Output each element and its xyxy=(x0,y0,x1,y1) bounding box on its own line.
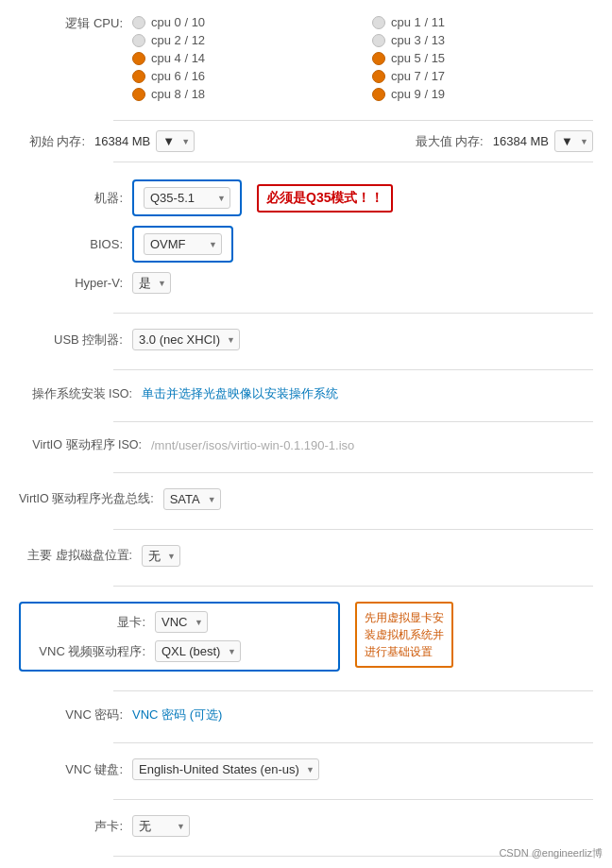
vnc-keyboard-label: VNC 键盘: xyxy=(19,761,132,778)
usb-select[interactable]: 3.0 (nec XHCI)2.01.0 xyxy=(132,329,240,350)
display-annotation: 先用虚拟显卡安装虚拟机系统并进行基础设置 xyxy=(355,602,453,668)
cpu-item: cpu 3 / 13 xyxy=(372,33,593,47)
initial-memory-select[interactable]: ▼ xyxy=(156,130,195,152)
main-disk-select[interactable]: 无 xyxy=(142,545,180,567)
cpu-item: cpu 8 / 18 xyxy=(132,87,353,101)
cpu-label-text: cpu 7 / 17 xyxy=(391,69,445,83)
cpu-dot xyxy=(132,34,145,47)
cpu-label-text: cpu 3 / 13 xyxy=(391,33,445,47)
vnc-password-label: VNC 密码: xyxy=(19,706,132,723)
main-disk-label: 主要 虚拟磁盘位置: xyxy=(19,548,142,564)
initial-memory-label: 初始 内存: xyxy=(19,133,94,150)
cpu-item: cpu 7 / 17 xyxy=(372,69,593,83)
cpu-item: cpu 5 / 15 xyxy=(372,51,593,65)
cpu-item: cpu 0 / 10 xyxy=(132,15,353,29)
cpu-grid: cpu 0 / 10cpu 1 / 11cpu 2 / 12cpu 3 / 13… xyxy=(132,15,593,101)
cpu-label-text: cpu 4 / 14 xyxy=(151,51,205,65)
display-label: 显卡: xyxy=(32,614,155,631)
cpu-item: cpu 2 / 12 xyxy=(132,33,353,47)
machine-label: 机器: xyxy=(19,190,132,207)
cpu-dot xyxy=(372,52,385,65)
usb-label: USB 控制器: xyxy=(19,332,132,349)
cpu-dot xyxy=(132,70,145,83)
virtio-iso-label: VirtIO 驱动程序 ISO: xyxy=(19,437,151,453)
display-select[interactable]: VNCQXLVGA xyxy=(155,611,208,633)
cpu-dot xyxy=(372,34,385,47)
cpu-dot xyxy=(372,70,385,83)
max-memory-label: 最大值 内存: xyxy=(408,133,493,150)
sound-select[interactable]: 无AC97HDA xyxy=(132,815,190,837)
virtio-iso-value: /mnt/user/isos/virtio-win-0.1.190-1.iso xyxy=(151,438,354,452)
virtio-bus-select[interactable]: SATAIDEUSB xyxy=(163,488,221,510)
vnc-password-input[interactable]: VNC 密码 (可选) xyxy=(132,706,222,723)
bios-highlight-box: OVMFSeaBIOS xyxy=(132,226,233,263)
max-memory-select[interactable]: ▼ xyxy=(554,130,593,152)
vnc-keyboard-select[interactable]: English-United States (en-us)Chinese xyxy=(132,758,319,780)
os-iso-link[interactable]: 单击并选择光盘映像以安装操作系统 xyxy=(142,385,338,402)
vnc-video-label: VNC 视频驱动程序: xyxy=(32,643,155,660)
hyperv-select[interactable]: 是否 xyxy=(132,272,171,294)
virtio-bus-label: VirtIO 驱动程序光盘总线: xyxy=(19,491,163,507)
cpu-label-text: cpu 5 / 15 xyxy=(391,51,445,65)
watermark: CSDN @engineerliz博 xyxy=(499,846,603,860)
cpu-label: 逻辑 CPU: xyxy=(19,15,132,32)
cpu-dot xyxy=(132,88,145,101)
vnc-video-select[interactable]: QXL (best)VGAcirrus xyxy=(155,640,241,662)
cpu-label-text: cpu 2 / 12 xyxy=(151,33,205,47)
cpu-dot xyxy=(132,52,145,65)
sound-label: 声卡: xyxy=(19,818,132,835)
cpu-item: cpu 9 / 19 xyxy=(372,87,593,101)
bios-label: BIOS: xyxy=(19,237,132,251)
cpu-item: cpu 6 / 16 xyxy=(132,69,353,83)
display-group-box: 显卡: VNCQXLVGA VNC 视频驱动程序: QXL (best)VGAc… xyxy=(19,602,340,672)
max-memory-value: 16384 MB xyxy=(493,134,549,148)
bios-select[interactable]: OVMFSeaBIOS xyxy=(144,233,222,255)
cpu-label-text: cpu 9 / 19 xyxy=(391,87,445,101)
cpu-dot xyxy=(372,16,385,29)
os-iso-label: 操作系统安装 ISO: xyxy=(19,386,142,402)
machine-highlight-box: Q35-5.1Q35-4.2i440FX-5.1 xyxy=(132,179,242,216)
cpu-item: cpu 1 / 11 xyxy=(372,15,593,29)
cpu-item: cpu 4 / 14 xyxy=(132,51,353,65)
cpu-label-text: cpu 6 / 16 xyxy=(151,69,205,83)
machine-select[interactable]: Q35-5.1Q35-4.2i440FX-5.1 xyxy=(144,187,230,209)
cpu-label-text: cpu 0 / 10 xyxy=(151,15,205,29)
machine-annotation: 必须是Q35模式！！ xyxy=(257,184,393,213)
cpu-label-text: cpu 1 / 11 xyxy=(391,15,445,29)
cpu-label-text: cpu 8 / 18 xyxy=(151,87,205,101)
cpu-dot xyxy=(372,88,385,101)
initial-memory-value: 16384 MB xyxy=(94,134,150,148)
hyperv-label: Hyper-V: xyxy=(19,276,132,290)
cpu-dot xyxy=(132,16,145,29)
